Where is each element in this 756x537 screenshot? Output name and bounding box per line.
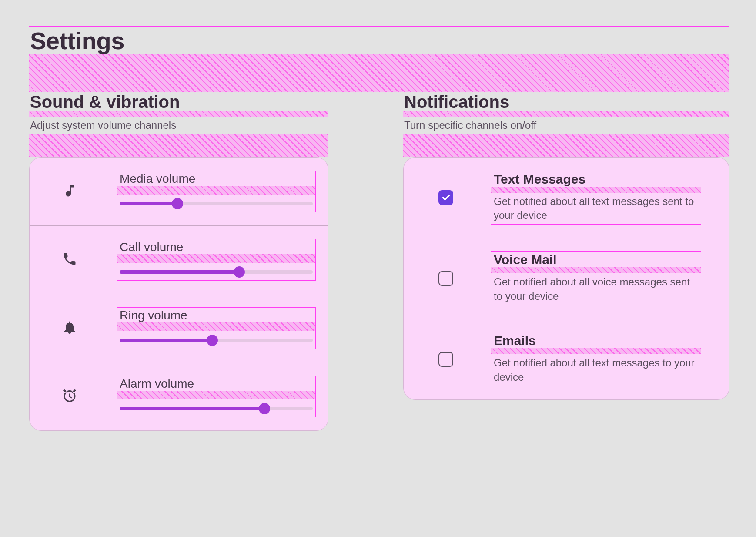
- hatch-decoration: [491, 267, 701, 273]
- notifications-section-title: Notifications: [403, 92, 729, 111]
- hatch-decoration: [491, 187, 701, 193]
- call-volume-slider[interactable]: [120, 267, 313, 277]
- sound-card: Media volume: [29, 157, 328, 431]
- bell-icon: [62, 319, 77, 337]
- notification-row-voice-mail: Voice Mail Get notified about all voice …: [404, 238, 713, 319]
- notification-row-text-messages: Text Messages Get notified about all tex…: [404, 158, 713, 238]
- sound-section-title: Sound & vibration: [29, 92, 328, 111]
- voice-mail-checkbox[interactable]: [438, 271, 453, 286]
- sound-row-call: Call volume: [30, 225, 328, 294]
- hatch-decoration: [29, 54, 729, 92]
- sound-row-media: Media volume: [30, 158, 328, 225]
- hatch-decoration: [403, 111, 729, 117]
- notification-row-title: Voice Mail: [491, 252, 701, 267]
- notification-row-title: Text Messages: [491, 171, 701, 187]
- hatch-decoration: [117, 254, 315, 263]
- sound-row-ring: Ring volume: [30, 294, 328, 362]
- hatch-decoration: [117, 391, 315, 399]
- media-volume-slider[interactable]: [120, 199, 313, 208]
- ring-volume-slider[interactable]: [120, 336, 313, 345]
- alarm-icon: [62, 388, 77, 405]
- notification-row-description: Get notified about all text messages to …: [491, 354, 701, 386]
- notification-row-description: Get notified about all text messages sen…: [491, 193, 701, 225]
- text-messages-checkbox[interactable]: [438, 190, 453, 205]
- slider-thumb[interactable]: [234, 266, 245, 278]
- phone-icon: [62, 251, 77, 268]
- sound-row-label: Call volume: [117, 239, 315, 254]
- music-note-icon: [62, 183, 77, 200]
- hatch-decoration: [117, 322, 315, 331]
- notifications-section-subtitle: Turn specific channels on/off: [403, 117, 729, 134]
- notification-row-title: Emails: [491, 332, 701, 348]
- sound-row-label: Alarm volume: [117, 376, 315, 391]
- slider-thumb[interactable]: [172, 198, 183, 209]
- alarm-volume-slider[interactable]: [120, 404, 313, 413]
- notifications-card: Text Messages Get notified about all tex…: [403, 157, 729, 400]
- hatch-decoration: [117, 186, 315, 195]
- hatch-decoration: [491, 348, 701, 354]
- sound-row-alarm: Alarm volume: [30, 362, 328, 430]
- notification-row-emails: Emails Get notified about all text messa…: [404, 319, 713, 399]
- slider-thumb[interactable]: [207, 335, 218, 346]
- hatch-decoration: [29, 134, 328, 157]
- page-title: Settings: [29, 27, 729, 54]
- hatch-decoration: [29, 111, 328, 117]
- sound-row-label: Ring volume: [117, 308, 315, 322]
- sound-row-label: Media volume: [117, 171, 315, 186]
- emails-checkbox[interactable]: [438, 352, 453, 367]
- sound-section-subtitle: Adjust system volume channels: [29, 117, 328, 134]
- slider-thumb[interactable]: [259, 403, 270, 414]
- notification-row-description: Get notified about all voice messages se…: [491, 273, 701, 305]
- hatch-decoration: [403, 134, 729, 157]
